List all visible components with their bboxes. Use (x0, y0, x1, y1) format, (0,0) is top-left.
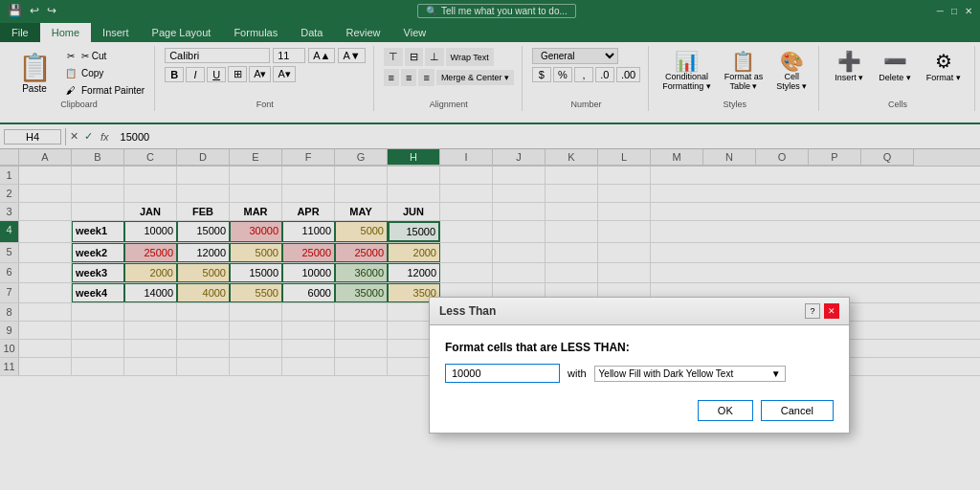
dialog-ok-button[interactable]: OK (698, 400, 753, 421)
format-dropdown[interactable]: Yellow Fill with Dark Yellow Text ▼ (594, 366, 786, 382)
dialog-close-btn[interactable]: ✕ (824, 303, 839, 319)
dialog-title-text: Less Than (439, 304, 496, 318)
less-than-dialog: Less Than ? ✕ Format cells that are LESS… (429, 297, 850, 434)
with-label: with (568, 368, 587, 379)
less-than-value-input[interactable] (445, 364, 560, 383)
dialog-prompt-text: Format cells that are LESS THAN: (445, 341, 834, 354)
dialog-inputs: with Yellow Fill with Dark Yellow Text ▼ (445, 364, 834, 383)
dialog-cancel-button[interactable]: Cancel (761, 400, 834, 421)
format-option-label: Yellow Fill with Dark Yellow Text (599, 368, 734, 379)
dialog-help-btn[interactable]: ? (805, 303, 820, 319)
dialog-titlebar: Less Than ? ✕ (430, 298, 849, 325)
dialog-body: Format cells that are LESS THAN: with Ye… (430, 325, 849, 433)
dialog-buttons: OK Cancel (445, 396, 834, 425)
dropdown-arrow-icon: ▼ (771, 368, 781, 379)
